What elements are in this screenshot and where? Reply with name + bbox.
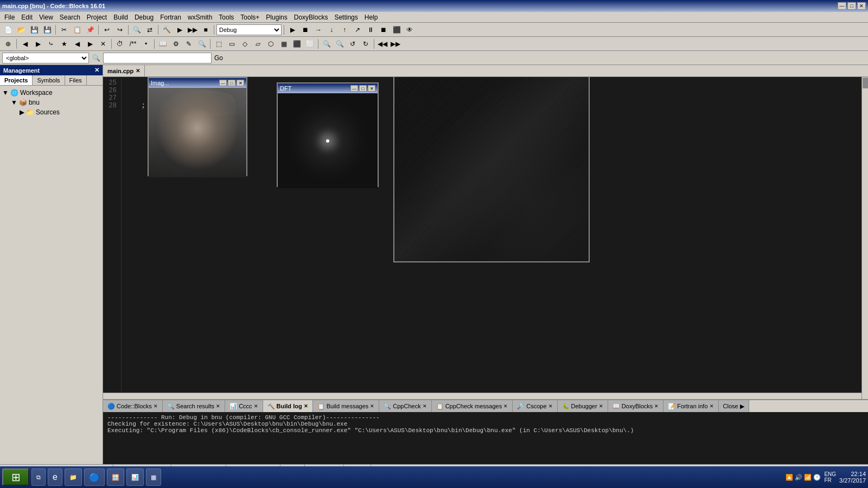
zoom-in-btn[interactable]: 🔍 [321, 38, 333, 50]
fwd-btn[interactable]: ▶ [32, 38, 44, 50]
taskbar-ie[interactable]: e [48, 468, 62, 486]
doc-btn[interactable]: /** [127, 38, 139, 50]
fortran-info-tab-close[interactable]: ✕ [710, 403, 714, 409]
taskbar-taskview[interactable]: ⧉ [31, 468, 46, 486]
bottom-tab-build-messages[interactable]: 📋 Build messages ✕ [313, 400, 380, 412]
global-combo[interactable]: <global> [2, 53, 89, 63]
bottom-tab-codeblocks[interactable]: 🔵 Code::Blocks ✕ [103, 400, 163, 412]
redo-btn[interactable]: ↪ [114, 24, 126, 36]
menu-tools[interactable]: Tools [215, 12, 237, 22]
menu-doxyblocks[interactable]: DoxyBlocks [291, 12, 331, 22]
zoom-out-btn[interactable]: 🔍 [334, 38, 346, 50]
float-minimize-imag[interactable]: — [219, 80, 227, 86]
doxyblocks-tab-close[interactable]: ✕ [654, 403, 659, 409]
tab-projects[interactable]: Projects [0, 75, 33, 85]
shape2-btn[interactable]: ▱ [252, 38, 264, 50]
menu-search[interactable]: Search [56, 12, 84, 22]
menu-plugins[interactable]: Plugins [263, 12, 290, 22]
build-btn[interactable]: 🔨 [161, 24, 173, 36]
menu-help[interactable]: Help [361, 12, 381, 22]
taskbar-excel[interactable]: 📊 [126, 468, 144, 486]
bottom-tab-cscope[interactable]: 🔎 Cscope ✕ [513, 400, 557, 412]
debug-stop-btn[interactable]: ⏹ [299, 24, 311, 36]
codeblocks-tab-close[interactable]: ✕ [154, 403, 158, 409]
debug-watches-btn[interactable]: 👁 [404, 24, 416, 36]
nav-prev-btn[interactable]: ◀◀ [376, 38, 388, 50]
menu-tools-plus[interactable]: Tools+ [237, 12, 263, 22]
menu-debug[interactable]: Debug [131, 12, 157, 22]
save-all-btn[interactable]: 💾 [41, 24, 53, 36]
debug-step-btn[interactable]: ↓ [326, 24, 337, 36]
doc2-btn[interactable]: • [140, 38, 152, 50]
search-results-tab-close[interactable]: ✕ [216, 403, 220, 409]
tb2-btn9[interactable]: ✎ [183, 38, 195, 50]
cscope-tab-close[interactable]: ✕ [548, 403, 553, 409]
cut-btn[interactable]: ✂ [58, 24, 70, 36]
bm-prev-btn[interactable]: ◀ [71, 38, 83, 50]
rect-btn[interactable]: ▭ [226, 38, 238, 50]
shape6-btn[interactable]: ⬜ [304, 38, 316, 50]
taskbar-app[interactable]: ▦ [146, 468, 161, 486]
debug-run-cursor-btn[interactable]: ↗ [352, 24, 363, 36]
start-button[interactable]: ⊞ [2, 468, 29, 486]
menu-settings[interactable]: Settings [331, 12, 361, 22]
bottom-tab-cccc[interactable]: 📊 Cccc ✕ [225, 400, 263, 412]
tb2-btn1[interactable]: ⊕ [2, 38, 14, 50]
tree-bnu[interactable]: ▼ 📦 bnu [11, 98, 100, 107]
cppcheck-tab-close[interactable]: ✕ [423, 403, 427, 409]
loop-btn[interactable]: ↻ [360, 38, 372, 50]
tab-symbols[interactable]: Symbols [33, 75, 65, 85]
menu-wxsmith[interactable]: wxSmith [184, 12, 215, 22]
vscroll-thumb[interactable] [863, 78, 868, 88]
editor-tab-close-icon[interactable]: ✕ [136, 68, 140, 74]
bottom-tab-cppcheck-messages[interactable]: 📋 CppCheck messages ✕ [432, 400, 513, 412]
tb2-btn8[interactable]: ⚙ [170, 38, 182, 50]
copy-btn[interactable]: 📋 [71, 24, 83, 36]
menu-project[interactable]: Project [84, 12, 110, 22]
tb2-btn10[interactable]: 🔍 [196, 38, 208, 50]
search-icon[interactable]: 🔍 [90, 52, 102, 64]
bottom-tab-cppcheck[interactable]: 🔍 CppCheck ✕ [379, 400, 431, 412]
search-btn[interactable]: 🔍 [131, 24, 143, 36]
debug-pause-btn[interactable]: ⏸ [365, 24, 376, 36]
refresh-btn[interactable]: ↺ [347, 38, 359, 50]
minimize-button[interactable]: — [838, 2, 846, 10]
tree-sources[interactable]: ▶ 📁 Sources [20, 107, 100, 117]
jump-btn[interactable]: ⤷ [45, 38, 57, 50]
editor-tab-main-cpp[interactable]: main.cpp ✕ [103, 65, 145, 76]
debug-target-combo[interactable]: Debug [216, 24, 282, 35]
bookmark-btn[interactable]: ★ [58, 38, 70, 50]
shape4-btn[interactable]: ▦ [278, 38, 290, 50]
taskbar-edge[interactable]: 🔵 [84, 468, 105, 486]
menu-edit[interactable]: Edit [18, 12, 36, 22]
open-btn[interactable]: 📂 [15, 24, 27, 36]
bottom-tab-doxyblocks[interactable]: 📖 DoxyBlocks ✕ [608, 400, 663, 412]
editor-hscroll[interactable] [103, 393, 861, 399]
menu-build[interactable]: Build [110, 12, 131, 22]
profile-btn[interactable]: ⏱ [114, 38, 126, 50]
float-close-imag[interactable]: ✕ [237, 80, 244, 86]
build-run-btn[interactable]: ▶▶ [187, 24, 199, 36]
editor-vscroll[interactable] [861, 77, 868, 399]
tab-files[interactable]: Files [65, 75, 87, 85]
stop-btn[interactable]: ■ [200, 24, 212, 36]
debug-out-btn[interactable]: ↑ [339, 24, 350, 36]
select-btn[interactable]: ⬚ [213, 38, 225, 50]
debug-start-btn[interactable]: ▶ [286, 24, 298, 36]
bottom-tab-debugger[interactable]: 🐛 Debugger ✕ [558, 400, 608, 412]
bottom-tab-close[interactable]: Close ▶ [719, 400, 749, 412]
replace-btn[interactable]: ⇄ [144, 24, 156, 36]
back-btn[interactable]: ◀ [19, 38, 31, 50]
cccc-tab-close[interactable]: ✕ [254, 403, 258, 409]
shape3-btn[interactable]: ⬡ [265, 38, 277, 50]
shape5-btn[interactable]: ⬛ [291, 38, 303, 50]
debug-frame-btn[interactable]: ⬛ [391, 24, 403, 36]
menu-file[interactable]: File [1, 12, 18, 22]
debug-stop2-btn[interactable]: ⏹ [378, 24, 390, 36]
debug-next-btn[interactable]: → [312, 24, 324, 36]
undo-btn[interactable]: ↩ [101, 24, 113, 36]
float-maximize-imag[interactable]: □ [228, 80, 235, 86]
new-btn[interactable]: 📄 [2, 24, 14, 36]
run-btn[interactable]: ▶ [174, 24, 186, 36]
bm-clear-btn[interactable]: ✕ [97, 38, 109, 50]
